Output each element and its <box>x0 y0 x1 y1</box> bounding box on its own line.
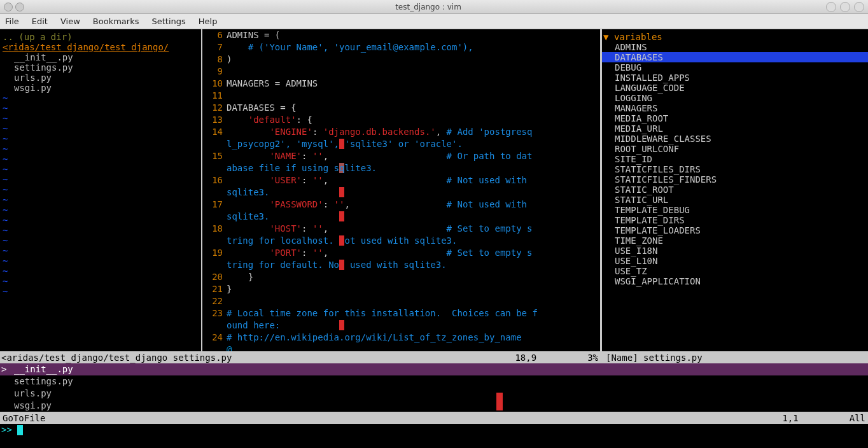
command-line[interactable]: >> <box>0 424 868 436</box>
outline-item[interactable]: MEDIA_ROOT <box>602 113 868 123</box>
file-item[interactable]: wsgi.py <box>0 83 201 93</box>
code-line[interactable]: } <box>227 271 600 283</box>
outline-item[interactable]: MANAGERS <box>602 103 868 113</box>
code-line[interactable]: # Local time zone for this installation.… <box>227 307 600 319</box>
line-number: 13 <box>202 114 223 126</box>
outline-header[interactable]: ▼ variables <box>602 32 868 42</box>
line-number: 7 <box>202 41 223 53</box>
code-line[interactable]: } <box>227 283 600 295</box>
menu-settings[interactable]: Settings <box>151 17 185 26</box>
line-number <box>202 138 223 150</box>
code-line[interactable]: sqlite3. <box>227 211 600 223</box>
tilde-line: ~ <box>0 195 201 205</box>
scroll-percent: 3% <box>587 353 598 363</box>
triangle-down-icon: ▼ <box>603 32 608 42</box>
outline-item[interactable]: DATABASES <box>602 52 868 62</box>
outline-panel[interactable]: ▼ variables ADMINSDATABASESDEBUGINSTALLE… <box>602 29 868 351</box>
gotofile-pos: 1,1 <box>782 413 798 423</box>
code-line[interactable]: MANAGERS = ADMINS <box>227 78 600 90</box>
code-line[interactable] <box>227 295 600 307</box>
gotofile-item[interactable]: __init__.py <box>0 363 868 375</box>
line-number: 14 <box>202 126 223 138</box>
outline-item[interactable]: INSTALLED_APPS <box>602 73 868 83</box>
menu-help[interactable]: Help <box>199 17 218 26</box>
code-editor[interactable]: 6789101112131415161718192021222324 ADMIN… <box>202 29 600 351</box>
code-line[interactable] <box>227 90 600 102</box>
outline-item[interactable]: LOGGING <box>602 93 868 103</box>
gotofile-item[interactable]: wsgi.py <box>0 400 868 412</box>
outline-status: [Name] settings.py <box>606 353 867 363</box>
code-line[interactable]: 'NAME': '', # Or path to dat <box>227 150 600 162</box>
line-number: 8 <box>202 53 223 66</box>
menu-edit[interactable]: Edit <box>32 17 48 26</box>
outline-item[interactable]: USE_TZ <box>602 266 868 276</box>
code-line[interactable]: 'HOST': '', # Set to empty s <box>227 223 600 235</box>
file-explorer[interactable]: .. (up a dir) <ridas/test_django/test_dj… <box>0 29 202 351</box>
gotofile-pct: All <box>850 413 865 423</box>
outline-item[interactable]: TIME_ZONE <box>602 235 868 246</box>
outline-item[interactable]: TEMPLATE_DIRS <box>602 215 868 225</box>
tilde-line: ~ <box>0 144 201 154</box>
outline-item[interactable]: MIDDLEWARE_CLASSES <box>602 134 868 144</box>
code-line[interactable]: ound here: <box>227 319 600 332</box>
gotofile-statusline: GoToFile 1,1 All <box>0 412 868 424</box>
code-body[interactable]: ADMINS = ( # ('Your Name', 'your_email@e… <box>227 29 600 351</box>
code-line[interactable]: tring for localhost. Not used with sqlit… <box>227 235 600 247</box>
close-button[interactable] <box>854 2 864 12</box>
gotofile-item[interactable]: urls.py <box>0 388 868 400</box>
file-item[interactable]: __init__.py <box>0 52 201 62</box>
app-icon <box>4 3 13 11</box>
file-item[interactable]: settings.py <box>0 62 201 73</box>
outline-item[interactable]: SITE_ID <box>602 154 868 164</box>
code-line[interactable]: DATABASES = { <box>227 102 600 114</box>
gotofile-item[interactable]: settings.py <box>0 375 868 388</box>
code-line[interactable]: l_psycopg2', 'mysql', 'sqlite3' or 'orac… <box>227 138 600 150</box>
code-line[interactable]: ) <box>227 53 600 66</box>
outline-item[interactable]: STATIC_ROOT <box>602 185 868 195</box>
outline-item[interactable]: TEMPLATE_DEBUG <box>602 205 868 215</box>
tilde-line: ~ <box>0 225 201 235</box>
code-line[interactable]: 'PASSWORD': '', # Not used with <box>227 199 600 211</box>
code-line[interactable]: 'USER': '', # Not used with <box>227 174 600 186</box>
file-item[interactable]: urls.py <box>0 73 201 83</box>
code-line[interactable]: # ('Your Name', 'your_email@example.com'… <box>227 41 600 53</box>
code-line[interactable]: 'default': { <box>227 114 600 126</box>
menu-file[interactable]: File <box>5 17 19 26</box>
gotofile-list[interactable]: __init__.pysettings.pyurls.pywsgi.py <box>0 363 868 412</box>
menu-view[interactable]: View <box>60 17 80 26</box>
gotofile-label: GoToFile <box>3 413 45 423</box>
outline-item[interactable]: STATICFILES_FINDERS <box>602 174 868 185</box>
code-line[interactable]: # http://en.wikipedia.org/wiki/List_of_t… <box>227 332 600 344</box>
tilde-line: ~ <box>0 276 201 286</box>
maximize-button[interactable] <box>840 2 850 12</box>
menu-bookmarks[interactable]: Bookmarks <box>93 17 139 26</box>
outline-item[interactable]: WSGI_APPLICATION <box>602 276 868 286</box>
code-line[interactable]: sqlite3. <box>227 186 600 199</box>
line-gutter: 6789101112131415161718192021222324 <box>202 29 227 351</box>
updir-link[interactable]: .. (up a dir) <box>0 32 201 42</box>
outline-item[interactable]: TEMPLATE_LOADERS <box>602 225 868 235</box>
code-line[interactable]: tring for default. Not used with sqlite3… <box>227 259 600 271</box>
line-number <box>202 319 223 332</box>
code-line[interactable]: abase file if using sqlite3. <box>227 162 600 174</box>
outline-item[interactable]: USE_I18N <box>602 246 868 256</box>
code-line[interactable]: 'ENGINE': 'django.db.backends.', # Add '… <box>227 126 600 138</box>
minimize-button[interactable] <box>826 2 836 12</box>
current-path[interactable]: <ridas/test_django/test_django/ <box>0 42 201 52</box>
outline-item[interactable]: STATICFILES_DIRS <box>602 164 868 174</box>
outline-item[interactable]: USE_L10N <box>602 256 868 266</box>
line-number: 21 <box>202 283 223 295</box>
line-number: 22 <box>202 295 223 307</box>
line-number: 20 <box>202 271 223 283</box>
outline-item[interactable]: LANGUAGE_CODE <box>602 83 868 93</box>
line-number: 23 <box>202 307 223 319</box>
outline-item[interactable]: ADMINS <box>602 42 868 52</box>
code-line[interactable]: ADMINS = ( <box>227 29 600 41</box>
code-line[interactable] <box>227 66 600 78</box>
menubar: File Edit View Bookmarks Settings Help <box>0 14 868 29</box>
code-line[interactable]: 'PORT': '', # Set to empty s <box>227 247 600 259</box>
outline-item[interactable]: STATIC_URL <box>602 195 868 205</box>
outline-item[interactable]: ROOT_URLCONF <box>602 144 868 154</box>
outline-item[interactable]: DEBUG <box>602 62 868 73</box>
outline-item[interactable]: MEDIA_URL <box>602 123 868 134</box>
